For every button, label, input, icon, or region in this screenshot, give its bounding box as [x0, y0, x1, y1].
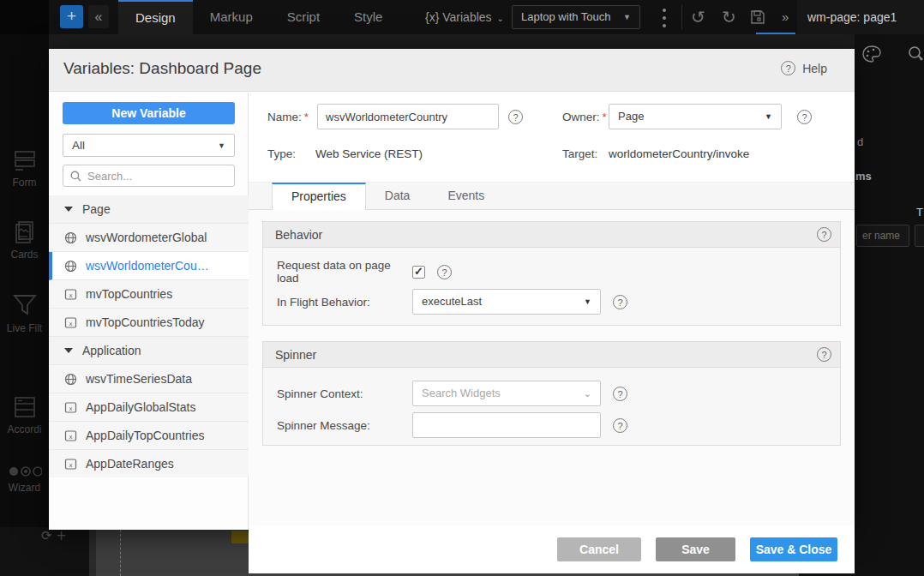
device-preview-select[interactable]: Laptop with Touch▼: [512, 5, 640, 29]
spinner-message-help-icon[interactable]: ?: [613, 418, 627, 433]
search-input[interactable]: [87, 166, 229, 185]
variable-filter-select[interactable]: All ▼: [63, 134, 235, 157]
chevron-down-icon: ⌄: [584, 381, 591, 405]
canvas-top-strip: [49, 34, 924, 49]
spinner-message-input[interactable]: [412, 412, 601, 438]
svg-text:x: x: [69, 434, 72, 441]
variable-label: AppDailyGlobalStats: [86, 400, 195, 414]
tab-script[interactable]: Script: [270, 0, 337, 34]
inflight-label: In Flight Behavior:: [277, 296, 412, 309]
spinner-context-help-icon[interactable]: ?: [613, 387, 627, 401]
tab-markup[interactable]: Markup: [193, 0, 270, 34]
behavior-help-icon[interactable]: ?: [817, 227, 831, 242]
new-variable-button[interactable]: New Variable: [63, 102, 235, 124]
panel-input-fragment[interactable]: er name: [856, 225, 909, 247]
tab-style[interactable]: Style: [337, 0, 399, 34]
variable-item[interactable]: wsvWordometerGlobal: [49, 224, 249, 252]
funnel-icon: [11, 291, 39, 319]
request-data-checkbox[interactable]: [412, 266, 425, 279]
variable-item[interactable]: x AppDateRanges: [49, 450, 249, 477]
palette-label: Wizard: [9, 482, 40, 494]
panel-input-fragment[interactable]: [915, 225, 924, 247]
variable-item-selected[interactable]: wsvWorldometerCou…: [49, 252, 249, 280]
palette-label: Accordi: [7, 423, 41, 435]
save-and-close-button[interactable]: Save & Close: [750, 537, 837, 561]
variable-label: mvTopCountriesToday: [86, 315, 205, 329]
refresh-add-icons[interactable]: ⟳ +: [41, 528, 67, 543]
select-arrow-icon: ▼: [765, 105, 772, 129]
palette-item-form[interactable]: Form: [0, 147, 49, 189]
spinner-context-label: Spinner Context:: [277, 387, 412, 400]
section-title: Spinner: [275, 348, 316, 362]
group-label: Application: [82, 344, 141, 357]
name-help-icon[interactable]: ?: [508, 110, 523, 124]
tab-data[interactable]: Data: [366, 183, 429, 211]
detail-tabs: Properties Data Events: [249, 182, 855, 210]
behavior-section: Behavior ? Request data on page load ? I…: [262, 221, 841, 326]
more-tabs-button[interactable]: »: [782, 0, 789, 34]
toolbar-divider: [681, 5, 682, 29]
palette-label: Live Filt: [7, 322, 42, 334]
tab-design[interactable]: Design: [118, 0, 193, 34]
variable-group-application[interactable]: Application: [49, 337, 249, 365]
owner-help-icon[interactable]: ?: [797, 110, 812, 124]
variable-item[interactable]: x AppDailyTopCountries: [49, 422, 249, 450]
caret-down-icon: [64, 207, 73, 212]
collapse-panel-button[interactable]: «: [88, 5, 109, 28]
palette-item-cards[interactable]: Cards: [0, 219, 49, 261]
variable-label: wsvWorldometerCou…: [86, 259, 209, 273]
inspect-zoom-icon[interactable]: [906, 45, 924, 67]
tab-properties[interactable]: Properties: [272, 183, 366, 211]
spinner-help-icon[interactable]: ?: [817, 347, 831, 362]
undo-icon[interactable]: ↺: [691, 0, 705, 34]
variables-menu-label: {x} Variables: [425, 10, 492, 24]
variable-item[interactable]: x mvTopCountriesToday: [49, 309, 249, 337]
variable-label: wsvWordometerGlobal: [86, 231, 207, 244]
variable-list: Page wsvWordometerGlobal wsvWorldometerC…: [49, 195, 249, 477]
help-circle-icon: ?: [781, 61, 795, 75]
model-variable-icon: x: [64, 316, 78, 329]
inflight-select[interactable]: executeLast ▼: [412, 289, 601, 315]
canvas-ruler-bar: [89, 530, 96, 576]
kebab-menu-icon[interactable]: [658, 9, 670, 27]
spinner-message-label: Spinner Message:: [277, 419, 412, 432]
variables-menu-button[interactable]: {x} Variables⌄: [425, 0, 504, 34]
save-icon[interactable]: [750, 9, 765, 28]
name-label: Name:*: [267, 111, 309, 123]
owner-label: Owner:*: [562, 111, 607, 123]
variable-label: wsvTimeSeriesData: [86, 372, 192, 386]
owner-select[interactable]: Page ▼: [609, 104, 782, 129]
save-button[interactable]: Save: [656, 537, 735, 561]
palette-item-live-filter[interactable]: Live Filt: [0, 291, 49, 334]
inflight-help-icon[interactable]: ?: [613, 295, 627, 309]
model-variable-icon: x: [64, 429, 78, 442]
right-properties-panel: d ms T er name: [855, 34, 924, 576]
variable-label: AppDailyTopCountries: [86, 429, 205, 442]
svg-text:x: x: [69, 405, 72, 412]
select-arrow-icon: ▼: [623, 6, 631, 28]
palette-item-wizard[interactable]: Wizard: [0, 465, 49, 494]
redo-icon[interactable]: ↻: [722, 0, 736, 34]
page-tab[interactable]: wm-page: page1: [797, 0, 924, 34]
theme-palette-icon[interactable]: [861, 45, 882, 67]
palette-label: Form: [13, 177, 37, 189]
cancel-button[interactable]: Cancel: [557, 537, 641, 561]
variable-item[interactable]: x AppDailyGlobalStats: [49, 393, 249, 422]
tab-events[interactable]: Events: [429, 183, 503, 211]
group-label: Page: [82, 202, 111, 216]
palette-item-accordion[interactable]: Accordi: [0, 394, 49, 435]
variable-item[interactable]: wsvTimeSeriesData: [49, 365, 249, 393]
panel-text-fragment: T: [916, 206, 923, 219]
properties-tab-body: Behavior ? Request data on page load ? I…: [249, 210, 855, 525]
request-data-help-icon[interactable]: ?: [437, 265, 452, 279]
svg-text:x: x: [69, 462, 72, 469]
owner-select-value: Page: [618, 110, 644, 123]
add-widget-button[interactable]: +: [60, 5, 83, 28]
type-label: Type:: [267, 147, 296, 160]
model-variable-icon: x: [64, 458, 78, 471]
variable-name-input[interactable]: [317, 104, 499, 129]
variable-group-page[interactable]: Page: [49, 195, 249, 224]
variable-item[interactable]: x mvTopCountries: [49, 280, 249, 309]
spinner-context-select[interactable]: Search Widgets ⌄: [412, 381, 601, 406]
help-link[interactable]: ? Help: [781, 61, 827, 75]
